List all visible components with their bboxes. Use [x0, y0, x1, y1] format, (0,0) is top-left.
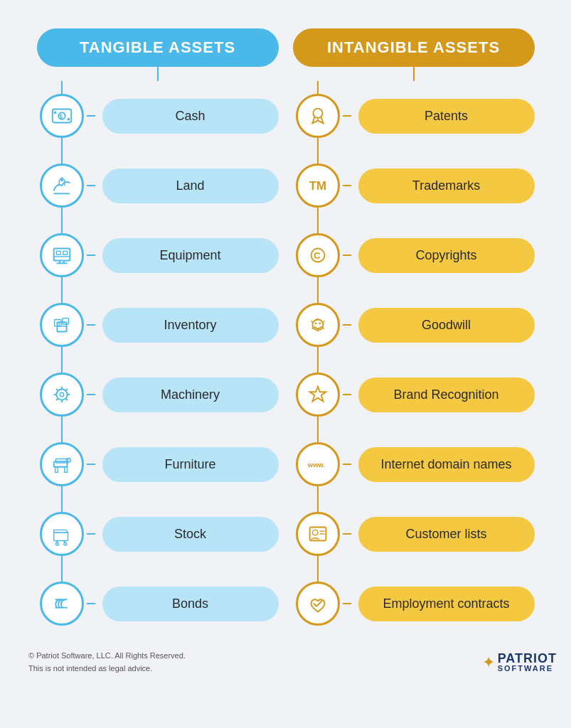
inventory-icon: [40, 303, 84, 347]
intangible-label-domain: Internet domain names: [358, 447, 535, 482]
svg-point-46: [314, 323, 316, 325]
tangible-label-stock: Stock: [102, 517, 279, 552]
seg: [61, 360, 63, 373]
seg: [61, 499, 63, 512]
patriot-logo: ✦ PATRIOT SOFTWARE: [482, 652, 557, 673]
columns-layout: TANGIBLE ASSETS: [21, 28, 550, 638]
list-item: $ Cash: [37, 81, 279, 151]
seg: [317, 499, 319, 512]
intangible-item-goodwill: Goodwill: [293, 290, 535, 360]
h-conn: [343, 533, 351, 535]
svg-rect-30: [64, 467, 67, 473]
tangible-item-cash: $ Cash: [37, 81, 279, 151]
tangible-item-land: Land: [37, 151, 279, 220]
list-item: Inventory: [37, 290, 279, 360]
seg: [317, 81, 319, 94]
seg: [61, 138, 63, 151]
svg-text:www.: www.: [306, 461, 324, 469]
svg-line-26: [65, 389, 68, 391]
v-line-domain: www.: [293, 429, 343, 499]
intangible-header: INTANGIBLE ASSETS: [293, 28, 535, 67]
intangible-label-copyrights: Copyrights: [358, 238, 535, 273]
svg-rect-29: [55, 467, 58, 473]
v-line-copyrights: C: [293, 220, 343, 290]
h-conn: [87, 324, 95, 326]
seg: [317, 290, 319, 303]
h-conn: [343, 115, 351, 117]
employment-icon: [296, 582, 340, 626]
furniture-icon: [40, 442, 84, 486]
intangible-label-employment: Employment contracts: [358, 587, 535, 621]
svg-rect-14: [54, 319, 60, 326]
seg: [61, 81, 63, 94]
tangible-label-cash: Cash: [102, 99, 279, 134]
v-line-inventory: [37, 290, 87, 360]
domain-icon: www.: [296, 442, 340, 486]
tangible-column: TANGIBLE ASSETS: [37, 28, 279, 638]
h-conn: [343, 394, 351, 395]
patents-icon: [296, 94, 340, 138]
brand-name: PATRIOT: [498, 652, 557, 665]
list-item: Land: [37, 151, 279, 220]
tangible-label-inventory: Inventory: [102, 308, 279, 343]
list-item: TM Trademarks: [293, 151, 535, 220]
disclaimer-text: This is not intended as legal advice.: [28, 663, 186, 675]
seg: [61, 486, 63, 499]
seg: [317, 429, 319, 442]
intangible-label-goodwill: Goodwill: [358, 308, 535, 343]
seg: [317, 138, 319, 151]
svg-text:C: C: [314, 250, 321, 261]
svg-rect-33: [53, 532, 68, 540]
h-conn: [87, 394, 95, 395]
list-item: Brand Recognition: [293, 360, 535, 429]
h-conn: [87, 603, 95, 604]
svg-rect-8: [63, 251, 67, 255]
intangible-top-connector: [413, 67, 415, 81]
tangible-item-stock: Stock: [37, 499, 279, 569]
svg-line-49: [323, 321, 324, 322]
goodwill-icon: [296, 303, 340, 347]
seg: [317, 486, 319, 499]
machinery-icon: [40, 373, 84, 417]
brand-icon: [296, 373, 340, 417]
list-item: www. Internet domain names: [293, 429, 535, 499]
svg-line-24: [55, 389, 58, 391]
list-item: Goodwill: [293, 290, 535, 360]
tangible-label-land: Land: [102, 168, 279, 203]
svg-point-32: [66, 459, 70, 463]
h-conn: [343, 255, 351, 256]
list-item: C Copyrights: [293, 220, 535, 290]
tangible-item-furniture: Furniture: [37, 429, 279, 499]
list-item: Employment contracts: [293, 569, 535, 638]
svg-rect-15: [62, 318, 68, 325]
seg: [317, 208, 319, 220]
h-conn: [343, 603, 351, 604]
intangible-label-customers: Customer lists: [358, 517, 535, 552]
land-icon: [40, 164, 84, 208]
seg: [61, 569, 63, 582]
h-conn: [343, 464, 351, 465]
intangible-item-trademarks: TM Trademarks: [293, 151, 535, 220]
stock-icon: [40, 512, 84, 556]
v-line-machinery: [37, 360, 87, 429]
svg-line-51: [311, 328, 313, 329]
seg: [61, 429, 63, 442]
svg-rect-13: [57, 322, 66, 331]
intangible-item-copyrights: C Copyrights: [293, 220, 535, 290]
intangible-item-customers: Customer lists: [293, 499, 535, 569]
copyrights-icon: C: [296, 233, 340, 277]
v-line-customers: [293, 499, 343, 569]
svg-rect-31: [55, 459, 68, 463]
intangible-item-patents: Patents: [293, 81, 535, 151]
h-conn: [87, 255, 95, 256]
h-conn: [87, 115, 95, 117]
svg-point-18: [56, 389, 67, 400]
tangible-label-machinery: Machinery: [102, 378, 279, 412]
v-line-trademarks: TM: [293, 151, 343, 220]
seg: [61, 151, 63, 164]
main-container: TANGIBLE ASSETS: [14, 14, 557, 682]
v-line-cash: $: [37, 81, 87, 151]
h-conn: [87, 185, 95, 186]
seg: [317, 569, 319, 582]
seg: [317, 360, 319, 373]
